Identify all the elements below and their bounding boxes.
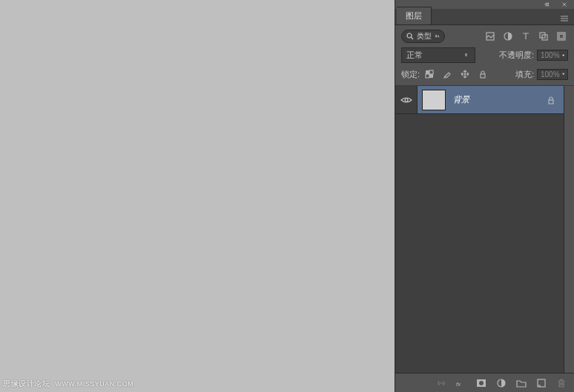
fill-input[interactable]: 100% (537, 69, 568, 80)
panel-tabs: 图层 (395, 9, 574, 25)
mask-icon[interactable] (475, 376, 488, 390)
svg-point-12 (405, 99, 408, 102)
panel-footer: fx (395, 373, 574, 392)
layer-lock-icon[interactable] (544, 93, 558, 107)
adjustment-layer-icon[interactable] (495, 376, 508, 390)
watermark-text: 思缘设计论坛 (3, 379, 50, 388)
layer-name[interactable]: 背景 (453, 94, 544, 105)
lock-icons (423, 67, 489, 81)
opacity-value: 100% (541, 51, 560, 59)
canvas-area[interactable]: 思缘设计论坛 WWW.MISSYUAN.COM (0, 0, 395, 392)
filter-type-label: 类型 (417, 31, 432, 41)
filter-icons (484, 30, 568, 43)
blend-mode-label: 正常 (406, 50, 423, 61)
layers-panel: 图层 类型 正常 不透明度: (395, 0, 574, 392)
fill-label: 填充: (515, 69, 534, 80)
visibility-toggle[interactable] (395, 86, 418, 113)
watermark: 思缘设计论坛 WWW.MISSYUAN.COM (3, 379, 133, 389)
lock-label: 锁定: (401, 69, 420, 80)
panel-menu-icon[interactable] (558, 12, 571, 25)
svg-text:fx: fx (456, 380, 461, 387)
lock-transparent-icon[interactable] (423, 67, 436, 81)
fx-icon[interactable]: fx (455, 376, 468, 390)
layer-thumbnail[interactable] (422, 90, 446, 110)
fill-value: 100% (541, 70, 560, 79)
layers-tab[interactable]: 图层 (397, 7, 432, 24)
lock-paint-icon[interactable] (441, 67, 454, 81)
lock-position-icon[interactable] (458, 67, 472, 81)
link-layers-icon[interactable] (435, 376, 448, 390)
layer-item[interactable]: 背景 (395, 86, 564, 114)
lock-row: 锁定: 填充: 100% (401, 67, 568, 81)
watermark-site: WWW.MISSYUAN.COM (55, 380, 133, 388)
eye-icon (400, 96, 412, 104)
svg-point-0 (407, 33, 412, 38)
blend-mode-select[interactable]: 正常 (401, 47, 475, 63)
pixel-filter-icon[interactable] (484, 30, 497, 43)
trash-icon[interactable] (555, 376, 568, 390)
scrollbar[interactable] (564, 86, 574, 373)
svg-rect-6 (559, 34, 564, 39)
blend-row: 正常 不透明度: 100% (401, 47, 568, 63)
opacity-label: 不透明度: (499, 50, 534, 61)
panel-controls: 类型 正常 不透明度: 100% 锁定: (395, 25, 574, 86)
layers-list: 背景 (395, 86, 574, 373)
svg-rect-13 (549, 100, 553, 104)
svg-rect-11 (481, 74, 485, 78)
filter-type-select[interactable]: 类型 (401, 30, 445, 43)
text-filter-icon[interactable] (519, 30, 532, 43)
opacity-input[interactable]: 100% (537, 50, 568, 61)
smart-filter-icon[interactable] (555, 30, 568, 43)
filter-row: 类型 (401, 30, 568, 43)
lock-all-icon[interactable] (476, 67, 489, 81)
shape-filter-icon[interactable] (537, 30, 550, 43)
svg-rect-7 (426, 70, 429, 74)
svg-rect-8 (429, 74, 433, 78)
svg-rect-9 (429, 70, 433, 74)
svg-rect-10 (426, 74, 429, 78)
new-layer-icon[interactable] (535, 376, 548, 390)
svg-point-16 (479, 381, 484, 385)
group-icon[interactable] (515, 376, 528, 390)
adjustment-filter-icon[interactable] (501, 30, 515, 43)
